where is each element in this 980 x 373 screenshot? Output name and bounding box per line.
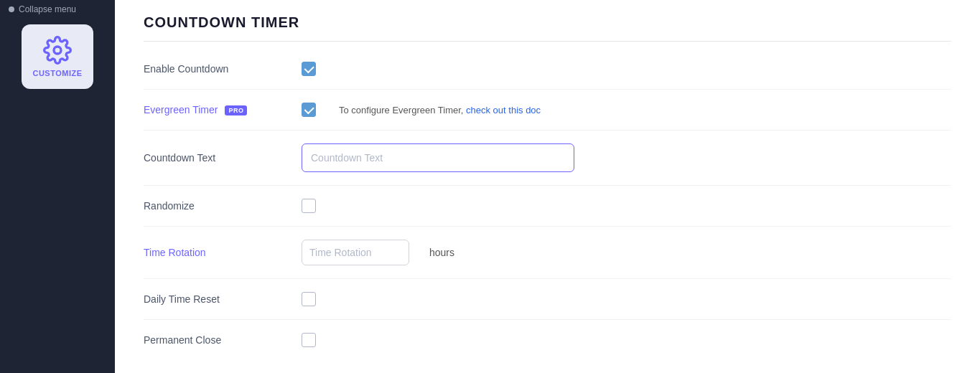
hours-label: hours (429, 247, 454, 258)
time-rotation-label: Time Rotation (144, 247, 287, 258)
main-content: COUNTDOWN TIMER Enable Countdown Evergre… (115, 0, 980, 373)
customize-label: CUSTOMIZE (32, 69, 82, 77)
pro-badge: PRO (225, 105, 247, 115)
countdown-text-label: Countdown Text (144, 152, 287, 164)
daily-time-reset-checkbox[interactable] (302, 292, 316, 306)
permanent-close-row: Permanent Close (144, 320, 951, 360)
countdown-text-row: Countdown Text (144, 131, 951, 186)
randomize-row: Randomize (144, 186, 951, 227)
evergreen-helper-text: To configure Evergreen Timer, check out … (339, 105, 541, 115)
form-section: Enable Countdown Evergreen Timer PRO To … (144, 42, 951, 360)
daily-time-reset-row: Daily Time Reset (144, 279, 951, 320)
collapse-menu-item[interactable]: Collapse menu (0, 0, 115, 19)
daily-time-reset-label: Daily Time Reset (144, 293, 287, 305)
permanent-close-label: Permanent Close (144, 334, 287, 346)
evergreen-timer-label: Evergreen Timer PRO (144, 104, 287, 115)
evergreen-timer-checkbox[interactable] (302, 103, 316, 117)
sidebar: Collapse menu CUSTOMIZE (0, 0, 115, 373)
evergreen-timer-row: Evergreen Timer PRO To configure Evergre… (144, 90, 951, 131)
collapse-menu-label: Collapse menu (19, 4, 76, 14)
enable-countdown-checkbox[interactable] (302, 62, 316, 76)
gear-icon (43, 36, 72, 65)
permanent-close-checkbox[interactable] (302, 333, 316, 347)
time-rotation-row: Time Rotation hours (144, 227, 951, 279)
svg-point-0 (54, 47, 61, 54)
sidebar-item-customize[interactable]: CUSTOMIZE (22, 24, 93, 89)
time-rotation-input[interactable] (302, 240, 409, 265)
collapse-menu-icon (9, 6, 14, 12)
randomize-label: Randomize (144, 200, 287, 212)
countdown-text-input[interactable] (302, 143, 574, 172)
evergreen-doc-link[interactable]: check out this doc (466, 105, 541, 115)
enable-countdown-row: Enable Countdown (144, 49, 951, 90)
randomize-checkbox[interactable] (302, 199, 316, 213)
page-title: COUNTDOWN TIMER (144, 14, 951, 42)
enable-countdown-label: Enable Countdown (144, 63, 287, 75)
